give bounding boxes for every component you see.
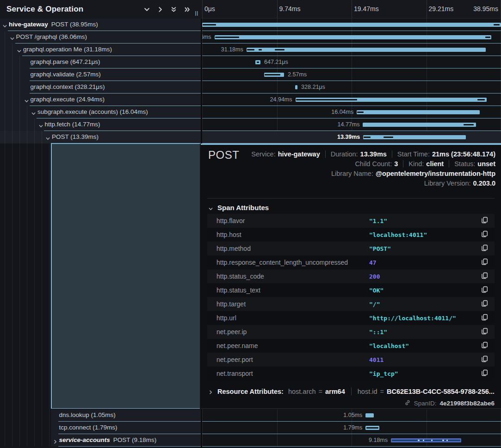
copy-icon[interactable] <box>481 286 488 295</box>
detail-meta-item: Start Time:21ms (23:56:48.174) <box>392 150 495 158</box>
span-duration-bar[interactable] <box>264 73 284 77</box>
copy-icon[interactable] <box>481 244 488 253</box>
span-duration-bar[interactable] <box>365 426 379 430</box>
span-row-label: graphql.validate (2.57ms) <box>31 68 101 81</box>
chevron-down-icon[interactable] <box>2 22 7 27</box>
resource-attributes-title[interactable]: Resource Attributes: <box>217 388 284 395</box>
span-detail-title: POST <box>208 149 239 162</box>
double-chevron-right-icon[interactable] <box>184 6 191 13</box>
span-bar-row-dns-lookup[interactable]: 1.05ms <box>201 409 501 422</box>
span-bar-row-POST-selected[interactable]: 13.39ms <box>201 131 501 143</box>
copy-icon[interactable] <box>481 230 488 239</box>
copy-icon[interactable] <box>481 258 488 267</box>
span-duration-bar[interactable] <box>215 35 491 39</box>
span-duration-bar[interactable] <box>296 98 487 102</box>
span-duration-bar[interactable] <box>255 60 260 64</box>
span-row-graphql-validate[interactable]: graphql.validate (2.57ms) <box>0 68 201 81</box>
span-row-graphql-parse[interactable]: graphql.parse (647.21μs) <box>0 56 201 68</box>
span-row-subgraph-execute-accounts[interactable]: subgraph.execute (accounts) (16.04ms) <box>0 106 201 118</box>
attribute-key: http.host <box>216 231 369 238</box>
column-resize-handle[interactable]: || <box>195 11 198 16</box>
span-row-POST-selected[interactable]: POST (13.39ms) <box>0 131 201 143</box>
span-duration-bar[interactable] <box>202 23 501 27</box>
ruler-tick-label: 29.21ms <box>429 5 454 12</box>
chevron-down-icon[interactable] <box>17 47 22 52</box>
double-chevron-down-icon[interactable] <box>170 6 177 13</box>
chevron-right-icon[interactable] <box>157 6 164 13</box>
span-row-http-fetch[interactable]: http.fetch (14.77ms) <box>0 118 201 131</box>
span-bar-row-service-accounts-POST[interactable]: 9.18ms <box>201 434 501 447</box>
copy-icon[interactable] <box>481 314 488 323</box>
span-row-graphql-execute[interactable]: graphql.execute (24.94ms) <box>0 93 201 106</box>
span-duration-bar[interactable] <box>357 110 480 114</box>
copy-icon[interactable] <box>481 342 488 350</box>
chevron-down-icon[interactable] <box>45 135 50 140</box>
span-row-label: POST /graphql (36.06ms) <box>16 31 87 43</box>
copy-icon[interactable] <box>481 300 488 309</box>
span-bar-row-graphql-execute[interactable]: 24.94ms <box>201 93 501 106</box>
chevron-down-icon[interactable] <box>10 35 15 40</box>
bar-self-time-segment <box>431 440 433 441</box>
ruler-gridline <box>277 0 278 18</box>
meta-label: Library Name: <box>331 170 373 177</box>
span-duration-bar[interactable] <box>391 438 461 442</box>
copy-icon[interactable] <box>481 272 488 281</box>
meta-value: hive-gateway <box>278 150 320 158</box>
span-color-underline <box>58 446 201 447</box>
span-bar-row-graphql-context[interactable]: 328.21μs <box>201 81 501 93</box>
bar-duration-label: 14.77ms <box>338 118 360 131</box>
span-row-graphql-context[interactable]: graphql.context (328.21μs) <box>0 81 201 93</box>
span-row-graphql-operation-Me[interactable]: graphql.operation Me (31.18ms) <box>0 44 201 56</box>
resource-value: arm64 <box>325 388 345 395</box>
span-bar-row-POST-graphql[interactable]: 36.06ms <box>201 31 501 44</box>
detail-meta-item: Library Version:0.203.0 <box>424 180 495 187</box>
span-duration-bar[interactable] <box>363 135 466 139</box>
span-bar-row-hive-gateway-POST[interactable]: 38.95ms <box>201 19 501 31</box>
span-bar-row-graphql-parse[interactable]: 647.21μs <box>201 56 501 68</box>
detail-meta-item: Child Count:3 <box>355 160 398 168</box>
bar-self-time-segment <box>423 440 424 441</box>
chevron-down-icon[interactable] <box>143 6 150 13</box>
span-bar-row-subgraph-execute-accounts[interactable]: 16.04ms <box>201 106 501 118</box>
tree-header-title: Service & Operation <box>6 0 83 19</box>
ruler-tick-label: 19.47ms <box>354 5 379 12</box>
span-row-service-accounts-POST[interactable]: service-accountsPOST (9.18ms) <box>51 434 201 447</box>
bar-self-time-segment <box>366 427 378 429</box>
chevron-right-icon[interactable] <box>208 389 213 394</box>
span-row-tcp-connect[interactable]: tcp.connect (1.79ms) <box>51 422 201 434</box>
bar-self-time-segment <box>357 112 364 113</box>
span-duration-bar[interactable] <box>363 123 476 127</box>
span-attributes-header[interactable]: Span Attributes <box>208 204 269 212</box>
span-duration-bar[interactable] <box>247 48 486 52</box>
link-icon[interactable] <box>404 399 411 407</box>
span-bar-row-graphql-operation-Me[interactable]: 31.18ms <box>201 44 501 56</box>
span-bar-row-graphql-validate[interactable]: 2.57ms <box>201 68 501 81</box>
span-row-label: subgraph.execute (accounts) (16.04ms) <box>37 106 148 118</box>
detail-meta-item: Status:unset <box>449 160 495 168</box>
copy-icon[interactable] <box>481 355 488 364</box>
attribute-row-http.method: http.method"POST" <box>207 242 495 255</box>
ruler-gridline <box>427 0 427 18</box>
chevron-down-icon[interactable] <box>24 97 29 102</box>
chevron-down-icon[interactable] <box>38 122 43 127</box>
service-name: service-accounts <box>59 436 110 443</box>
copy-icon[interactable] <box>481 328 488 336</box>
span-row-label: graphql.execute (24.94ms) <box>31 93 105 106</box>
span-bar-row-http-fetch[interactable]: 14.77ms <box>201 118 501 131</box>
copy-icon[interactable] <box>481 217 488 225</box>
attribute-key: http.flavor <box>216 217 369 224</box>
span-duration-bar[interactable] <box>365 413 373 417</box>
span-row-label: http.fetch (14.77ms) <box>45 118 100 131</box>
span-row-POST-graphql[interactable]: POST /graphql (36.06ms) <box>0 31 201 44</box>
span-bar-row-tcp-connect[interactable]: 1.79ms <box>201 422 501 434</box>
meta-value: 0.203.0 <box>473 180 495 187</box>
span-row-hive-gateway-POST[interactable]: hive-gatewayPOST (38.95ms) <box>0 19 201 31</box>
resource-value: BC62E13B-C4CC-5854-9788-256... <box>387 388 495 395</box>
copy-icon[interactable] <box>481 369 488 378</box>
chevron-right-icon[interactable] <box>53 438 58 443</box>
span-duration-bar[interactable] <box>295 85 297 89</box>
bar-duration-label: 1.79ms <box>343 422 362 434</box>
span-row-dns-lookup[interactable]: dns.lookup (1.05ms) <box>51 409 201 422</box>
chevron-down-icon[interactable] <box>31 110 36 115</box>
span-attributes-title: Span Attributes <box>217 204 269 212</box>
